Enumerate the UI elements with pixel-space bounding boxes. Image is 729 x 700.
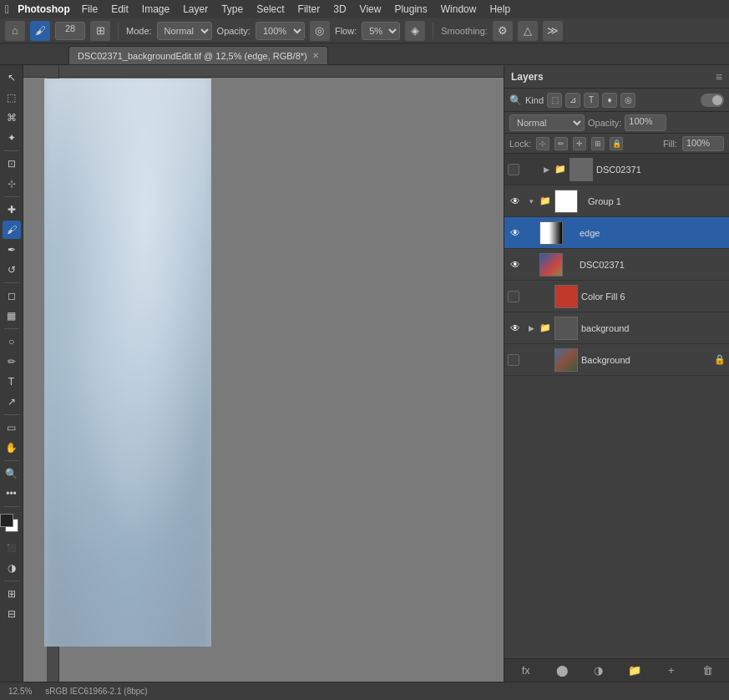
foreground-color-swatch[interactable] — [0, 514, 13, 527]
magic-wand-tool[interactable]: ✦ — [3, 129, 21, 147]
default-colors-icon[interactable]: ⬛ — [3, 539, 21, 557]
layer-eye[interactable] — [523, 289, 538, 304]
filter-adjust-icon[interactable]: ⊿ — [565, 93, 580, 108]
layer-eye[interactable]: 👁 — [508, 257, 523, 272]
opacity-value[interactable]: 100% — [625, 114, 666, 131]
menu-view[interactable]: View — [353, 2, 388, 17]
lock-artboard-btn[interactable]: ⊞ — [591, 137, 605, 150]
new-layer-button[interactable]: + — [662, 662, 681, 680]
layer-eye[interactable]: 👁 — [508, 194, 523, 209]
shape-tool[interactable]: ▭ — [3, 418, 21, 437]
path-select-tool[interactable]: ↗ — [3, 393, 21, 411]
mode-select[interactable]: Normal — [157, 22, 212, 40]
add-fx-button[interactable]: fx — [517, 662, 535, 680]
airbrush-icon[interactable]: ◎ — [310, 21, 330, 41]
layer-row[interactable]: Background 🔒 — [504, 344, 729, 376]
brush-size-box[interactable]: 28 — [55, 22, 85, 40]
frame-tool[interactable]: ⊟ — [3, 605, 21, 623]
color-swatches[interactable] — [0, 514, 23, 537]
add-group-button[interactable]: 📁 — [625, 662, 644, 680]
quick-mask-icon[interactable]: ◑ — [3, 559, 21, 577]
gradient-tool[interactable]: ▦ — [3, 307, 21, 325]
lock-all-btn[interactable]: 🔒 — [610, 137, 623, 150]
extra-icon[interactable]: ≫ — [543, 21, 563, 41]
type-tool[interactable]: T — [3, 373, 21, 391]
lock-pixels-btn[interactable]: ✏ — [554, 137, 568, 150]
menu-help[interactable]: Help — [483, 2, 517, 17]
brush-tool[interactable]: 🖌 — [3, 221, 21, 239]
brush-adjust-icon[interactable]: ⊞ — [90, 21, 110, 41]
layer-row[interactable]: 👁 ▾ 📁 Group 1 — [504, 185, 729, 217]
lasso-tool[interactable]: ⌘ — [3, 109, 21, 127]
filter-type-icon[interactable]: T — [584, 93, 599, 108]
pen-tool[interactable]: ✏ — [3, 353, 21, 371]
brush-tool-icon[interactable]: 🖌 — [30, 21, 50, 41]
menu-3d[interactable]: 3D — [327, 2, 352, 17]
collapse-icon[interactable]: ▶ — [541, 165, 551, 175]
menu-image[interactable]: Image — [135, 2, 176, 17]
layer-eye[interactable]: 👁 — [508, 321, 523, 336]
filter-toggle[interactable] — [701, 94, 724, 107]
layer-visibility-check[interactable] — [508, 164, 519, 175]
delete-layer-button[interactable]: 🗑 — [698, 662, 716, 680]
filter-shape-icon[interactable]: ♦ — [602, 93, 617, 108]
blend-mode-select[interactable]: Normal — [509, 114, 585, 131]
flow-select[interactable]: 5% — [362, 22, 400, 40]
layer-row[interactable]: 👁 DSC02371 — [504, 249, 729, 281]
filter-smart-icon[interactable]: ◎ — [620, 93, 635, 108]
layer-expand-placeholder — [541, 292, 551, 302]
layer-row[interactable]: ▶ 📁 DSC02371 — [504, 154, 729, 185]
menu-file[interactable]: File — [75, 2, 104, 17]
move-tool[interactable]: ↖ — [3, 68, 21, 87]
eyedropper-tool[interactable]: ⊹ — [3, 175, 21, 193]
crop-tool[interactable]: ⊡ — [3, 155, 21, 173]
menu-edit[interactable]: Edit — [104, 2, 135, 17]
collapse-icon[interactable]: ▾ — [526, 196, 536, 206]
opacity-select[interactable]: 100% — [256, 22, 305, 40]
search-icon: 🔍 — [509, 94, 522, 106]
menu-layer[interactable]: Layer — [176, 2, 215, 17]
menu-filter[interactable]: Filter — [291, 2, 327, 17]
layer-visibility-check[interactable] — [508, 354, 519, 366]
healing-tool[interactable]: ✚ — [3, 200, 21, 219]
layer-name: edge — [566, 228, 726, 238]
layer-eye[interactable] — [523, 353, 538, 368]
add-adjustment-button[interactable]: ◑ — [590, 662, 608, 680]
canvas-area[interactable] — [23, 65, 504, 682]
menu-select[interactable]: Select — [250, 2, 291, 17]
collapse-icon[interactable]: ▶ — [526, 323, 536, 333]
eraser-tool[interactable]: ◻ — [3, 287, 21, 305]
clone-stamp-tool[interactable]: ✒ — [3, 241, 21, 259]
dodge-tool[interactable]: ○ — [3, 332, 21, 351]
tab-close-icon[interactable]: ✕ — [312, 51, 319, 60]
add-mask-button[interactable]: ⬤ — [553, 662, 571, 680]
layer-thumbnail — [539, 253, 563, 276]
screen-mode-icon[interactable]: ⊞ — [3, 585, 21, 603]
layer-thumbnail — [554, 190, 578, 213]
layer-row[interactable]: 👁 ▶ 📁 background — [504, 312, 729, 344]
layer-row[interactable]: Color Fill 6 — [504, 281, 729, 312]
layer-eye[interactable]: 👁 — [508, 226, 523, 241]
pressure-icon[interactable]: ◈ — [405, 21, 425, 41]
home-icon[interactable]: ⌂ — [5, 21, 25, 41]
fill-value[interactable]: 100% — [682, 136, 724, 151]
hand-tool[interactable]: ✋ — [3, 439, 21, 457]
lock-transparent-btn[interactable]: ⊹ — [536, 137, 549, 150]
layer-row[interactable]: 👁 edge — [504, 217, 729, 249]
layer-visibility-check[interactable] — [508, 291, 519, 302]
layer-eye[interactable] — [523, 162, 538, 177]
document-tab[interactable]: DSC02371_backgroundEdit.tif @ 12,5% (edg… — [68, 46, 328, 64]
zoom-tool[interactable]: 🔍 — [3, 464, 21, 483]
extra-tools[interactable]: ••• — [3, 484, 21, 503]
angle-icon[interactable]: △ — [518, 21, 538, 41]
history-brush-tool[interactable]: ↺ — [3, 261, 21, 279]
settings-icon[interactable]: ⚙ — [493, 21, 513, 41]
filter-pixel-icon[interactable]: ⬚ — [547, 93, 562, 108]
panel-menu-icon[interactable]: ≡ — [716, 70, 722, 84]
tool-sep-5 — [4, 414, 19, 415]
menu-window[interactable]: Window — [434, 2, 483, 17]
menu-type[interactable]: Type — [215, 2, 250, 17]
select-rect-tool[interactable]: ⬚ — [3, 89, 21, 107]
menu-plugins[interactable]: Plugins — [387, 2, 433, 17]
lock-position-btn[interactable]: ✛ — [573, 137, 586, 150]
